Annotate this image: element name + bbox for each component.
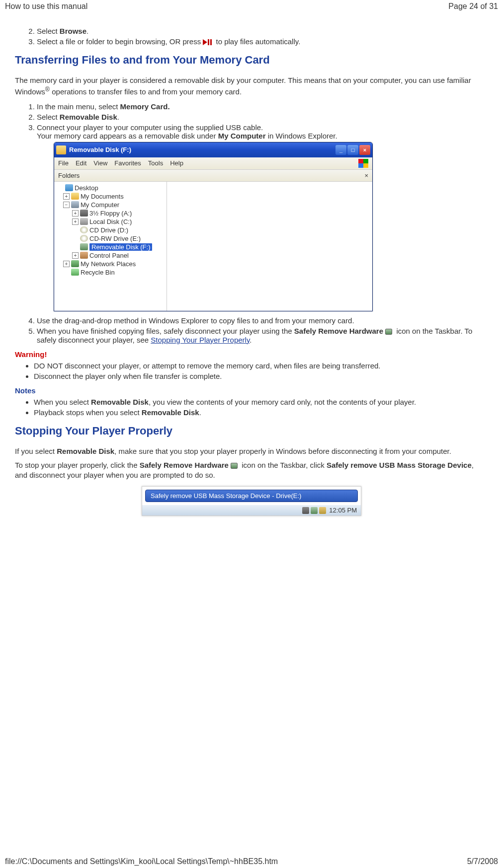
window-buttons: _ □ × <box>335 145 370 155</box>
tray-icon <box>319 507 326 514</box>
play-pause-icon <box>203 39 214 46</box>
page-content: Select Browse. Select a file or folder t… <box>0 26 503 516</box>
text: to play files automatically. <box>216 37 301 46</box>
control-panel-icon <box>80 252 88 259</box>
header-title: How to use this manual <box>5 2 87 11</box>
system-tray-screenshot: Safely remove USB Mass Storage Device - … <box>142 486 361 516</box>
stopping-player-link[interactable]: Stopping Your Player Properly <box>151 336 250 344</box>
tree-cddrive: CD Drive (D:) <box>57 226 167 234</box>
transfer-step-4: Use the drag-and-drop method in Windows … <box>37 315 488 326</box>
recycle-bin-icon <box>71 269 79 276</box>
tray-icon <box>302 507 309 514</box>
text: To stop your player properly, click the <box>15 461 140 469</box>
network-icon <box>71 260 79 267</box>
bold-text: Safely remove USB Mass Storage Device <box>327 461 472 469</box>
text: Connect your player to your computer usi… <box>37 123 263 132</box>
tree-recycle: Recycle Bin <box>57 268 167 277</box>
footer-path: file://C:\Documents and Settings\Kim_koo… <box>5 857 278 866</box>
text: Select <box>37 113 60 121</box>
safely-remove-hardware-icon <box>311 507 318 514</box>
tree-label: CD-RW Drive (E:) <box>89 235 141 242</box>
menu-help: Help <box>170 159 183 167</box>
stopping-p1: If you select Removable Disk, make sure … <box>15 446 488 456</box>
bold-text: Browse <box>60 27 86 35</box>
expand-icon: + <box>72 210 79 217</box>
expand-icon: + <box>72 252 79 259</box>
folder-icon <box>56 145 66 154</box>
folder-tree: Desktop +My Documents −My Computer +3½ F… <box>54 182 167 311</box>
windows-flag-icon <box>358 159 368 168</box>
explorer-window-screenshot: Removable Disk (F:) _ □ × File Edit View… <box>54 142 373 311</box>
window-title: Removable Disk (F:) <box>69 146 335 153</box>
removable-disk-icon <box>80 243 88 250</box>
folders-bar: Folders × <box>54 170 372 182</box>
collapse-icon: − <box>63 202 70 208</box>
page-indicator: Page 24 of 31 <box>448 2 498 11</box>
computer-icon <box>71 201 79 208</box>
tree-desktop: Desktop <box>57 184 167 192</box>
maximize-icon: □ <box>347 145 358 155</box>
heading-transferring-files: Transferring Files to and from Your Memo… <box>15 54 488 67</box>
tree-label-selected: Removable Disk (F:) <box>89 243 152 251</box>
expand-icon: + <box>63 193 70 200</box>
transfer-step-2: Select Removable Disk. <box>37 112 488 122</box>
tree-label: CD Drive (D:) <box>89 226 128 234</box>
warning-item-2: Disconnect the player only when file tra… <box>34 371 488 381</box>
text: , you view the contents of your memory c… <box>149 398 416 406</box>
footer-date: 5/7/2008 <box>467 857 498 866</box>
step-3: Select a file or folder to begin browsin… <box>37 36 488 47</box>
tree-label: Recycle Bin <box>81 269 115 276</box>
page-footer: file://C:\Documents and Settings\Kim_koo… <box>5 857 498 866</box>
menu-edit: Edit <box>76 159 86 167</box>
bold-text: Removable Disk <box>91 398 149 406</box>
tree-label: My Network Places <box>81 260 136 268</box>
heading-stopping-player: Stopping Your Player Properly <box>15 425 488 437</box>
window-titlebar: Removable Disk (F:) _ □ × <box>54 143 372 157</box>
folder-icon <box>71 193 79 200</box>
registered-sup: ® <box>45 86 50 93</box>
menu-file: File <box>58 159 69 167</box>
safely-remove-hardware-icon <box>385 328 394 336</box>
text: If you select <box>15 447 57 455</box>
menubar: File Edit View Favorites Tools Help <box>54 157 372 170</box>
transfer-step-3: Connect your player to your computer usi… <box>37 122 488 315</box>
close-panel-icon: × <box>364 172 368 179</box>
stopping-p2: To stop your player properly, click the … <box>15 460 488 481</box>
text: Playback stops when you select <box>34 408 142 417</box>
bold-text: Removable Disk <box>57 447 114 455</box>
note-item-2: Playback stops when you select Removable… <box>34 407 488 418</box>
expand-icon: + <box>72 218 79 225</box>
bold-text: Safely Remove Hardware <box>140 461 229 469</box>
warning-list: DO NOT disconnect your player, or attemp… <box>15 361 488 381</box>
text: . <box>117 113 119 121</box>
menu-favorites: Favorites <box>114 159 141 167</box>
tree-floppy: +3½ Floppy (A:) <box>57 209 167 217</box>
tree-label: Control Panel <box>89 252 129 259</box>
balloon-tooltip: Safely remove USB Mass Storage Device - … <box>145 490 358 502</box>
tree-cdrw: CD-RW Drive (E:) <box>57 234 167 243</box>
bold-text: Removable Disk <box>142 408 199 417</box>
tree-label: My Documents <box>81 193 124 200</box>
transfer-step-1: In the main menu, select Memory Card. <box>37 101 488 112</box>
minimize-icon: _ <box>335 145 346 155</box>
folder-content-pane <box>167 182 372 311</box>
text: . <box>86 27 88 35</box>
text: , make sure that you stop your player pr… <box>114 447 451 455</box>
cd-icon <box>80 235 88 242</box>
disk-icon <box>80 218 88 225</box>
tree-cpanel: +Control Panel <box>57 251 167 260</box>
bold-text: Safely Remove Hardware <box>294 327 383 335</box>
cd-icon <box>80 226 88 233</box>
tree-label: Desktop <box>75 184 98 192</box>
text: When you select <box>34 398 91 406</box>
notes-heading: Notes <box>15 386 488 395</box>
bold-text: Removable Disk <box>60 113 117 121</box>
warning-item-1: DO NOT disconnect your player, or attemp… <box>34 361 488 371</box>
text: . <box>199 408 201 417</box>
safely-remove-hardware-icon <box>231 462 240 470</box>
text: icon on the Taskbar, click <box>242 461 327 469</box>
tray-icons-group <box>302 507 326 514</box>
text: in Windows Explorer. <box>265 132 337 140</box>
tree-removable: Removable Disk (F:) <box>57 243 167 251</box>
notes-list: When you select Removable Disk, you view… <box>15 397 488 418</box>
